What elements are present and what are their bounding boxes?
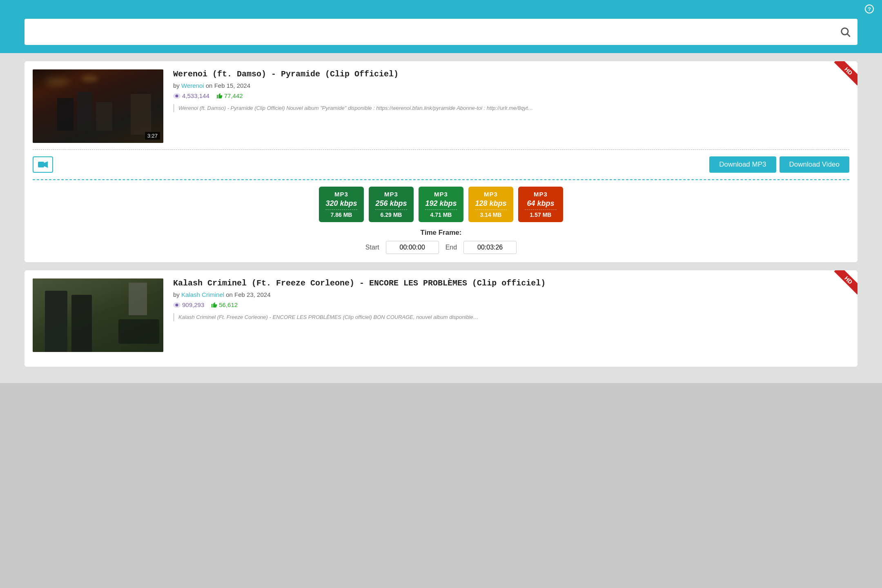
video-duration: 3:27 — [145, 132, 160, 140]
download-buttons: Download MP3 Download Video — [709, 156, 849, 173]
mp3-128-kbps: 128 kbps — [475, 199, 507, 208]
channel-link-2[interactable]: Kalash Criminel — [181, 291, 224, 298]
thumbnail-image — [33, 69, 163, 143]
mp3-192-kbps: 192 kbps — [425, 199, 457, 208]
mp3-256-kbps: 256 kbps — [375, 199, 407, 208]
time-frame-title: Time Frame: — [33, 229, 849, 237]
hd-badge-label: HD — [834, 61, 858, 85]
search-box: musique 2024 — [24, 19, 858, 45]
mp3-options: MP3 320 kbps 7.86 MB MP3 256 kbps 6.29 M… — [33, 187, 849, 222]
video-camera-icon — [38, 161, 48, 168]
mp3-label-5: MP3 — [525, 191, 557, 198]
download-row: Download MP3 Download Video — [33, 155, 849, 174]
thumbup-icon-2 — [211, 302, 217, 308]
result-card-2: HD — [24, 270, 858, 367]
search-input[interactable]: musique 2024 — [31, 27, 840, 37]
start-time-input[interactable] — [386, 241, 439, 254]
end-label: End — [445, 244, 457, 251]
result-card: HD 3:27 — [24, 61, 858, 262]
mp3-64-kbps: 64 kbps — [525, 199, 557, 208]
video-info-row: 3:27 Werenoi (ft. Damso) - Pyramide (Cli… — [33, 69, 849, 143]
mp3-label-4: MP3 — [475, 191, 507, 198]
svg-point-0 — [842, 28, 848, 35]
svg-point-3 — [176, 94, 178, 97]
top-bar: ? — [0, 0, 882, 15]
video-meta-2: Kalash Criminel (Ft. Freeze Corleone) - … — [173, 278, 849, 352]
mp3-64-button[interactable]: MP3 64 kbps 1.57 MB — [518, 187, 563, 222]
mp3-192-button[interactable]: MP3 192 kbps 4.71 MB — [419, 187, 463, 222]
mp3-192-size: 4.71 MB — [425, 212, 457, 218]
video-title: Werenoi (ft. Damso) - Pyramide (Clip Off… — [173, 69, 849, 79]
hd-badge-label-2: HD — [834, 270, 858, 294]
video-stats: 4,533,144 77,442 — [173, 92, 849, 99]
hd-badge-2: HD — [829, 270, 858, 299]
video-date-2: on Feb 23, 2024 — [226, 291, 270, 298]
hd-badge: HD — [829, 61, 858, 90]
stat-likes: 77,442 — [216, 92, 243, 99]
mp3-320-kbps: 320 kbps — [325, 199, 357, 208]
search-icon — [840, 26, 851, 38]
svg-marker-5 — [44, 161, 48, 168]
start-label: Start — [365, 244, 379, 251]
video-icon-button[interactable] — [33, 156, 53, 173]
video-thumbnail: 3:27 — [33, 69, 163, 143]
video-channel: by Werenoi on Feb 15, 2024 — [173, 82, 849, 89]
time-frame-section: Time Frame: Start End — [33, 229, 849, 254]
video-title-2: Kalash Criminel (Ft. Freeze Corleone) - … — [173, 278, 849, 288]
video-description-2: Kalash Criminel (Ft. Freeze Corleone) - … — [173, 313, 849, 321]
end-time-input[interactable] — [463, 241, 517, 254]
mp3-label: MP3 — [325, 191, 357, 198]
stat-views: 4,533,144 — [173, 92, 209, 99]
video-meta: Werenoi (ft. Damso) - Pyramide (Clip Off… — [173, 69, 849, 143]
stat-likes-2: 56,612 — [211, 301, 238, 308]
search-area: musique 2024 — [0, 15, 882, 53]
video-date: on Feb 15, 2024 — [206, 82, 250, 89]
video-description: Werenoi (ft. Damso) - Pyramide (Clip Off… — [173, 104, 849, 112]
thumbup-icon — [216, 93, 223, 99]
svg-point-7 — [176, 303, 178, 306]
download-video-button[interactable]: Download Video — [780, 156, 850, 173]
video-stats-2: 909,293 56,612 — [173, 301, 849, 308]
stat-views-2: 909,293 — [173, 301, 204, 308]
mp3-64-size: 1.57 MB — [525, 212, 557, 218]
mp3-label-2: MP3 — [375, 191, 407, 198]
video-thumbnail-2 — [33, 278, 163, 352]
divider-2 — [33, 179, 849, 180]
thumbnail-image-2 — [33, 278, 163, 352]
mp3-label-3: MP3 — [425, 191, 457, 198]
divider-1 — [33, 149, 849, 150]
eye-icon-2 — [173, 302, 180, 308]
channel-link[interactable]: Werenoi — [181, 82, 204, 89]
mp3-128-button[interactable]: MP3 128 kbps 3.14 MB — [468, 187, 513, 222]
main-content: HD 3:27 — [0, 53, 882, 383]
svg-line-1 — [847, 34, 850, 36]
search-button[interactable] — [840, 26, 851, 38]
mp3-320-size: 7.86 MB — [325, 212, 357, 218]
download-mp3-button[interactable]: Download MP3 — [709, 156, 776, 173]
help-icon[interactable]: ? — [865, 4, 874, 13]
video-info-row-2: Kalash Criminel (Ft. Freeze Corleone) - … — [33, 278, 849, 352]
eye-icon — [173, 93, 180, 99]
time-frame-inputs: Start End — [33, 241, 849, 254]
mp3-256-size: 6.29 MB — [375, 212, 407, 218]
mp3-128-size: 3.14 MB — [475, 212, 507, 218]
mp3-320-button[interactable]: MP3 320 kbps 7.86 MB — [319, 187, 364, 222]
video-channel-2: by Kalash Criminel on Feb 23, 2024 — [173, 291, 849, 298]
mp3-256-button[interactable]: MP3 256 kbps 6.29 MB — [369, 187, 414, 222]
svg-rect-4 — [38, 162, 44, 167]
